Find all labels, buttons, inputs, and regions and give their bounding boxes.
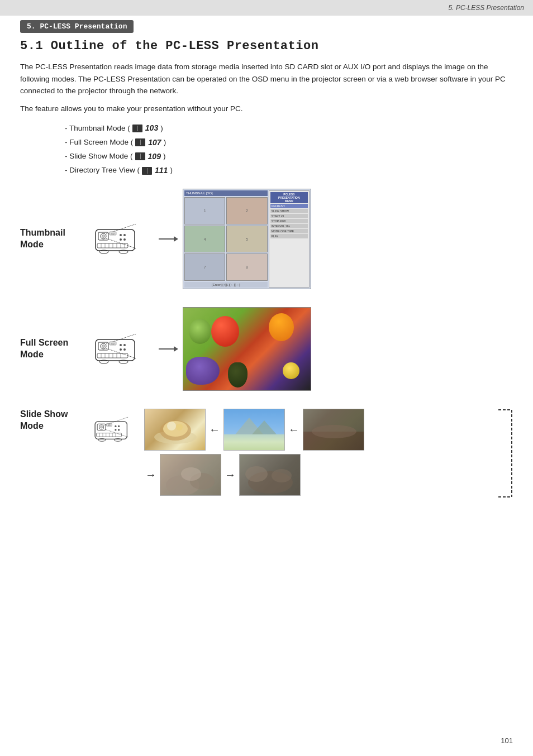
svg-text:SD: SD (111, 232, 115, 235)
chapter-heading: 5.1 Outline of the PC-LESS Presentation (20, 39, 513, 53)
page-number: 101 (501, 736, 513, 745)
svg-point-28 (120, 348, 122, 351)
projector-icon-1: SD (93, 218, 154, 260)
list-item-slideshow: - Slide Show Mode ( 109 ) (65, 150, 513, 164)
svg-point-25 (102, 344, 105, 347)
svg-rect-51 (97, 433, 122, 437)
svg-point-7 (123, 238, 126, 241)
svg-rect-30 (97, 353, 128, 358)
page-num-107: 107 (148, 136, 161, 150)
main-content: 5.1 Outline of the PC-LESS Presentation … (20, 39, 513, 513)
slideshow-mode-label: Slide ShowMode (20, 409, 93, 432)
svg-point-46 (101, 426, 103, 428)
page-num-109: 109 (148, 150, 161, 164)
slide-thumb-stone (160, 454, 221, 496)
thumbnail-screen: THUMBNAIL [SD] PCLESSPRESENTATIONMENU RE… (183, 189, 311, 289)
slideshow-row2: → → (143, 454, 494, 496)
svg-point-27 (123, 344, 126, 346)
slideshow-label-row: Slide ShowMode (20, 409, 513, 496)
list-item-fullscreen: - Full Screen Mode ( 107 ) (65, 136, 513, 150)
fullscreen-mode-row: Full ScreenMode (20, 307, 513, 391)
arrow-right-1: → (143, 467, 159, 483)
svg-point-4 (120, 234, 122, 236)
slide-thumb-food (144, 409, 206, 451)
book-icon-1 (132, 125, 142, 132)
section-label-box: 5. PC-LESS Presentation (20, 20, 134, 33)
diagrams-area: ThumbnailMode (20, 189, 513, 496)
svg-point-50 (118, 429, 120, 430)
list-item-thumbnail: - Thumbnail Mode ( 103 ) (65, 121, 513, 135)
connector-arrow-2 (159, 346, 178, 352)
slide-thumb-sky (223, 409, 285, 451)
svg-point-67 (167, 422, 176, 430)
svg-point-83 (272, 469, 292, 482)
section-label-text: 5. PC-LESS Presentation (27, 22, 127, 31)
svg-point-75 (312, 425, 356, 438)
arrow-left-2: ← (286, 422, 302, 438)
mode-label-slideshow: - Slide Show Mode ( (65, 150, 133, 163)
svg-point-5 (123, 234, 126, 236)
slideshow-section: Slide ShowMode (20, 409, 513, 496)
svg-point-3 (102, 235, 105, 237)
svg-point-82 (245, 466, 268, 482)
book-icon-3 (135, 152, 145, 160)
svg-point-48 (118, 425, 120, 427)
thumbnail-mode-row: ThumbnailMode (20, 189, 513, 289)
svg-rect-70 (224, 434, 285, 451)
header-title: 5. PC-LESS Presentation (449, 4, 524, 12)
svg-point-68 (176, 424, 183, 430)
book-icon-4 (142, 167, 152, 175)
loop-border (496, 409, 513, 496)
projector-icon-3: SD (93, 412, 143, 448)
svg-point-29 (123, 348, 126, 351)
body-paragraph-1: The PC-LESS Presentation reads image dat… (20, 61, 513, 97)
svg-point-6 (120, 238, 122, 241)
projector-icon-2: SD (93, 328, 154, 370)
page-num-111: 111 (155, 164, 168, 178)
header-bar: 5. PC-LESS Presentation (0, 0, 533, 16)
svg-point-66 (163, 421, 188, 437)
mode-list: - Thumbnail Mode ( 103 ) - Full Screen M… (65, 121, 513, 178)
slide-thumb-stone2 (239, 454, 301, 496)
page-num-103: 103 (145, 121, 158, 135)
mode-label-fullscreen: - Full Screen Mode ( (65, 136, 133, 149)
book-icon-2 (135, 138, 145, 146)
thumbnail-mode-label: ThumbnailMode (20, 227, 93, 251)
slide-thumb-rock (303, 409, 364, 451)
body-paragraph-2: The feature allows you to make your pres… (20, 103, 513, 115)
fullscreen-mode-label: Full ScreenMode (20, 337, 93, 361)
mode-label-thumbnail: - Thumbnail Mode ( (65, 122, 130, 135)
svg-text:SD: SD (111, 342, 115, 345)
svg-point-79 (181, 467, 201, 481)
arrow-right-2: → (222, 467, 238, 483)
svg-point-47 (115, 425, 116, 427)
slideshow-row1: SD (93, 409, 494, 451)
list-item-directory: - Directory Tree View ( 111 ) (65, 164, 513, 178)
svg-text:SD: SD (108, 424, 111, 427)
fullscreen-row-inner: SD (93, 307, 311, 391)
svg-rect-8 (97, 243, 128, 248)
thumbnail-row-inner: SD THUMBNAIL [SD] PCLESSPRESENTATIONMENU (93, 189, 311, 289)
mode-label-directory: - Directory Tree View ( (65, 164, 140, 177)
slideshow-diagrams: SD (93, 409, 494, 496)
svg-point-26 (120, 344, 122, 346)
fullscreen-image (183, 307, 311, 391)
arrow-left-1: ← (207, 422, 222, 438)
svg-point-49 (115, 429, 116, 430)
connector-arrow-1 (159, 236, 178, 242)
